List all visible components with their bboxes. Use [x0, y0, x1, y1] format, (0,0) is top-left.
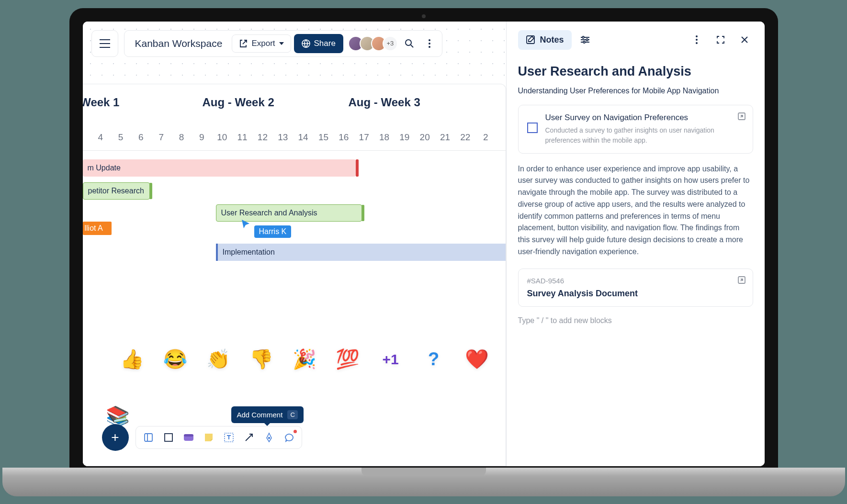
export-button[interactable]: Export: [232, 34, 291, 53]
task-bar-update[interactable]: m Update: [83, 159, 356, 177]
task-bar-competitor[interactable]: petitor Research: [83, 182, 150, 200]
day-label: 12: [252, 132, 272, 143]
tooltip-shortcut: C: [287, 410, 297, 419]
rectangle-tool[interactable]: [160, 429, 177, 446]
fullscreen-button[interactable]: [712, 31, 729, 48]
day-label: 22: [455, 132, 475, 143]
plus-one-reaction[interactable]: +1: [380, 348, 402, 370]
day-label: 13: [273, 132, 293, 143]
share-label: Share: [314, 39, 336, 48]
whiteboard-canvas[interactable]: Kanban Workspace Export Share: [83, 22, 506, 466]
task-label: lliot A: [85, 224, 103, 233]
day-label: 18: [374, 132, 394, 143]
avatar-more[interactable]: +3: [383, 36, 398, 51]
expand-icon[interactable]: [737, 112, 746, 123]
export-label: Export: [251, 39, 275, 48]
expand-icon[interactable]: [737, 276, 746, 286]
party-reaction[interactable]: 🎉: [294, 348, 316, 370]
clap-reaction[interactable]: 👏: [207, 348, 229, 370]
share-button[interactable]: Share: [294, 34, 343, 53]
svg-point-2: [429, 39, 430, 41]
hundred-reaction[interactable]: 💯: [337, 348, 359, 370]
svg-point-16: [696, 39, 698, 41]
task-label: User Research and Analysis: [221, 209, 317, 217]
notes-panel: Notes User Research and Analysis Underst…: [506, 22, 765, 466]
resize-handle[interactable]: [149, 183, 152, 199]
day-label: 5: [111, 132, 131, 143]
cursor-user-label: Harris K: [254, 225, 292, 238]
card-description: Conducted a survey to gather insights on…: [545, 125, 744, 146]
comment-tool[interactable]: [281, 429, 298, 446]
notification-dot: [294, 430, 297, 433]
joy-reaction[interactable]: 😂: [164, 348, 186, 370]
cursor-icon: [241, 219, 250, 230]
notes-label: Notes: [540, 35, 564, 45]
panel-subtitle: Understanding User Preferences for Mobil…: [518, 87, 753, 95]
panel-more-button[interactable]: [688, 31, 705, 48]
question-reaction[interactable]: ?: [423, 348, 445, 370]
week-header: - Week 1: [83, 96, 203, 109]
svg-point-17: [696, 42, 698, 44]
day-label: 14: [293, 132, 313, 143]
settings-button[interactable]: [576, 31, 594, 48]
svg-point-10: [268, 437, 270, 438]
svg-rect-5: [145, 434, 152, 441]
day-label: 8: [171, 132, 192, 143]
document-title: Survey Analysis Document: [527, 289, 744, 299]
day-label: 11: [232, 132, 252, 143]
svg-point-15: [696, 35, 698, 37]
resize-handle[interactable]: [356, 159, 359, 177]
thumbs-up-reaction[interactable]: 👍: [121, 348, 143, 370]
more-options-button[interactable]: [421, 35, 438, 52]
close-panel-button[interactable]: [736, 31, 753, 48]
survey-card[interactable]: User Survey on Navigation Preferences Co…: [518, 105, 753, 154]
card-title: User Survey on Navigation Preferences: [545, 113, 744, 123]
add-button[interactable]: +: [102, 424, 129, 451]
arrow-tool[interactable]: [240, 429, 258, 446]
new-block-placeholder[interactable]: Type " / " to add new blocks: [518, 316, 753, 325]
panel-title: User Research and Analysis: [518, 64, 753, 79]
day-label: 6: [131, 132, 151, 143]
sticky-note-tool[interactable]: [200, 429, 217, 446]
text-tool[interactable]: [220, 429, 237, 446]
day-label: 9: [192, 132, 212, 143]
day-label: 17: [354, 132, 374, 143]
document-card[interactable]: #SAD-9546 Survey Analysis Document: [518, 269, 753, 307]
menu-button[interactable]: [91, 30, 118, 57]
day-label: 4: [90, 132, 111, 143]
panel-tool[interactable]: [140, 429, 157, 446]
task-bar-implementation[interactable]: Implementation: [216, 244, 506, 261]
task-label: m Update: [88, 164, 121, 172]
note-pink-tool[interactable]: [180, 429, 197, 446]
collaborator-avatars[interactable]: +3: [348, 36, 398, 51]
search-button[interactable]: [401, 35, 418, 52]
day-label: 10: [212, 132, 232, 143]
svg-point-13: [586, 39, 588, 41]
svg-point-1: [406, 40, 411, 45]
week-header: Aug - Week 3: [349, 96, 495, 109]
heart-reaction[interactable]: ❤️: [466, 348, 488, 370]
day-label: 19: [395, 132, 415, 143]
week-header: Aug - Week 2: [203, 96, 349, 109]
svg-point-12: [582, 36, 584, 38]
day-label: 21: [435, 132, 455, 143]
checkbox[interactable]: [527, 123, 538, 133]
document-id: #SAD-9546: [527, 277, 744, 285]
day-label: 20: [415, 132, 435, 143]
workspace-title[interactable]: Kanban Workspace: [128, 38, 229, 49]
tooltip-label: Add Comment: [237, 411, 283, 419]
tooltip: Add Comment C: [231, 406, 304, 423]
notes-tab[interactable]: Notes: [518, 30, 572, 50]
resize-handle[interactable]: [361, 205, 364, 221]
svg-point-3: [429, 43, 430, 45]
thumbs-down-reaction[interactable]: 👎: [250, 348, 272, 370]
day-label: 2: [475, 132, 496, 143]
panel-body: In order to enhance user experience and …: [518, 163, 753, 258]
task-label: petitor Research: [88, 187, 144, 195]
day-label: 7: [151, 132, 171, 143]
task-bar-elliot[interactable]: lliot A: [83, 222, 112, 235]
pen-tool[interactable]: [260, 429, 278, 446]
svg-point-4: [429, 46, 430, 48]
edit-icon: [526, 35, 535, 45]
collaborator-cursor: Harris K: [241, 219, 292, 238]
